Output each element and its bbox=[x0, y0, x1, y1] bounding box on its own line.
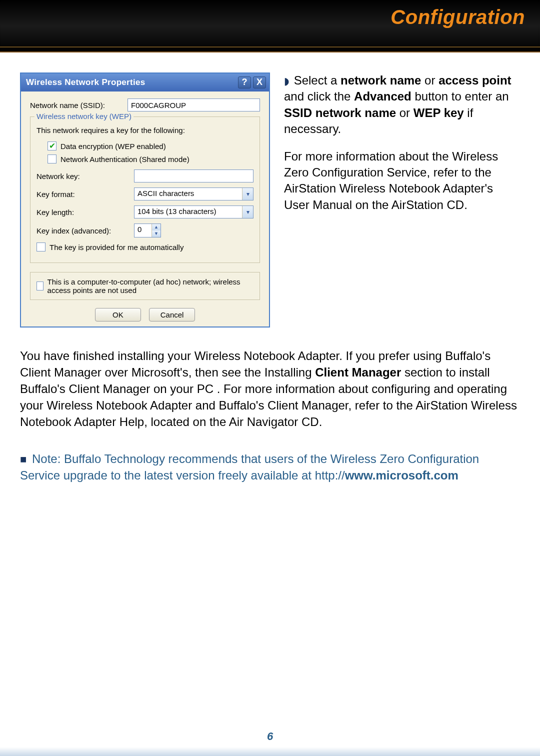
ssid-input[interactable] bbox=[128, 98, 260, 112]
adhoc-label: This is a computer-to-computer (ad hoc) … bbox=[48, 278, 254, 294]
close-icon[interactable]: X bbox=[253, 76, 266, 88]
page-header: Configuration bbox=[0, 0, 540, 52]
bullet-icon: ◗ bbox=[284, 76, 290, 86]
adhoc-groupbox: This is a computer-to-computer (ad hoc) … bbox=[30, 272, 260, 300]
wep-groupbox: Wireless network key (WEP) This network … bbox=[30, 116, 260, 263]
requires-key-text: This network requires a key for the foll… bbox=[36, 126, 254, 134]
network-key-input[interactable] bbox=[134, 170, 254, 182]
footer-gradient bbox=[0, 747, 540, 756]
chevron-down-icon: ▾ bbox=[242, 206, 253, 218]
side-more-info: For more information about the Wireless … bbox=[284, 148, 520, 214]
page-content: Wireless Network Properties ? X Network … bbox=[0, 52, 540, 484]
note-marker-icon: ■ bbox=[20, 453, 26, 466]
adhoc-checkbox[interactable]: This is a computer-to-computer (ad hoc) … bbox=[36, 278, 254, 294]
ssid-label: Network name (SSID): bbox=[30, 101, 128, 110]
side-instructions: ◗ Select a network name or access point … bbox=[284, 72, 520, 328]
page-number: 6 bbox=[0, 730, 540, 743]
checkbox-empty-icon bbox=[36, 242, 46, 252]
data-encryption-label: Data encryption (WEP enabled) bbox=[60, 142, 166, 150]
auto-key-checkbox[interactable]: The key is provided for me automatically bbox=[36, 242, 254, 252]
key-format-label: Key format: bbox=[36, 190, 134, 198]
wireless-properties-dialog: Wireless Network Properties ? X Network … bbox=[20, 72, 270, 328]
dialog-titlebar: Wireless Network Properties ? X bbox=[21, 74, 269, 92]
spinner-up-icon[interactable]: ▲ bbox=[152, 224, 160, 230]
cancel-button[interactable]: Cancel bbox=[149, 308, 195, 322]
network-auth-label: Network Authentication (Shared mode) bbox=[60, 155, 190, 164]
ok-button[interactable]: OK bbox=[95, 308, 141, 322]
checkbox-empty-icon bbox=[36, 282, 44, 290]
dialog-title: Wireless Network Properties bbox=[26, 78, 236, 88]
key-length-label: Key length: bbox=[36, 208, 134, 216]
key-index-value: 0 bbox=[134, 224, 152, 237]
data-encryption-checkbox[interactable]: ✔ Data encryption (WEP enabled) bbox=[48, 142, 254, 150]
key-length-select[interactable]: 104 bits (13 characters) ▾ bbox=[134, 206, 254, 218]
help-icon[interactable]: ? bbox=[238, 76, 251, 88]
key-format-select[interactable]: ASCII characters ▾ bbox=[134, 188, 254, 200]
note-paragraph: ■ Note: Buffalo Technology recommends th… bbox=[20, 450, 520, 484]
wep-group-legend: Wireless network key (WEP) bbox=[34, 112, 134, 120]
auto-key-label: The key is provided for me automatically bbox=[50, 243, 184, 252]
chevron-down-icon: ▾ bbox=[242, 188, 253, 200]
key-length-value: 104 bits (13 characters) bbox=[134, 206, 242, 218]
key-index-spinner[interactable]: 0 ▲ ▼ bbox=[134, 224, 161, 238]
spinner-down-icon[interactable]: ▼ bbox=[152, 230, 160, 237]
body-paragraph: You have finished installing your Wirele… bbox=[20, 348, 520, 430]
checkbox-checked-icon: ✔ bbox=[48, 142, 56, 150]
network-auth-checkbox[interactable]: Network Authentication (Shared mode) bbox=[48, 154, 254, 164]
key-index-label: Key index (advanced): bbox=[36, 226, 134, 235]
network-key-label: Network key: bbox=[36, 172, 134, 180]
checkbox-empty-icon bbox=[48, 154, 56, 164]
key-format-value: ASCII characters bbox=[134, 188, 242, 200]
page-title: Configuration bbox=[390, 6, 525, 28]
